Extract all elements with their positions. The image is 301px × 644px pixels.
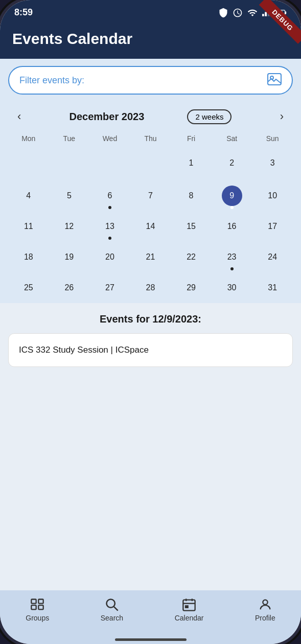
day-number: 15: [181, 216, 201, 237]
day-number: 6: [100, 186, 120, 206]
day-number: 20: [100, 247, 120, 267]
svg-rect-5: [285, 11, 287, 14]
event-label: ICS 332 Study Session | ICSpace: [19, 345, 149, 355]
search-icon: [105, 597, 119, 612]
next-month-button[interactable]: ›: [275, 108, 289, 125]
day-number: 13: [100, 216, 120, 237]
nav-item-profile[interactable]: Profile: [247, 595, 284, 624]
calendar-day[interactable]: 18: [8, 242, 49, 272]
calendar-day[interactable]: 30: [212, 272, 252, 303]
calendar-day: [49, 148, 90, 180]
day-number: 24: [262, 247, 283, 267]
calendar-day[interactable]: 8: [171, 180, 212, 211]
calendar-icon: [182, 597, 196, 612]
calendar-day[interactable]: 3: [252, 148, 293, 180]
event-dot: [230, 267, 234, 270]
calendar-day[interactable]: 24: [252, 242, 293, 272]
calendar-day[interactable]: 1: [171, 148, 212, 180]
home-bar: [115, 638, 187, 641]
calendar-day[interactable]: 20: [89, 242, 130, 272]
calendar-day[interactable]: 31: [252, 272, 293, 303]
svg-point-13: [106, 600, 114, 608]
weeks-badge-button[interactable]: 2 weeks: [187, 109, 231, 124]
calendar-day[interactable]: 27: [89, 272, 130, 303]
calendar-day[interactable]: 9: [212, 180, 252, 211]
calendar-day[interactable]: 17: [252, 211, 293, 242]
event-dot: [230, 206, 234, 209]
filter-image-icon[interactable]: [267, 73, 282, 87]
calendar-day[interactable]: 26: [49, 272, 90, 303]
svg-rect-19: [186, 606, 188, 608]
svg-rect-9: [32, 600, 36, 604]
filter-placeholder: Filter events by:: [19, 75, 84, 86]
day-number: 29: [181, 278, 201, 298]
calendar-day: [8, 148, 49, 180]
calendar-day[interactable]: 5: [49, 180, 90, 211]
day-header: Sat: [212, 131, 252, 148]
day-number: 10: [262, 186, 283, 206]
svg-rect-15: [183, 600, 195, 611]
nav-label-calendar: Calendar: [175, 614, 204, 622]
calendar-day[interactable]: 14: [130, 211, 171, 242]
day-number: 30: [222, 278, 242, 298]
calendar-day[interactable]: 13: [89, 211, 130, 242]
day-number: 8: [181, 186, 201, 206]
calendar-day[interactable]: 7: [130, 180, 171, 211]
event-card[interactable]: ICS 332 Study Session | ICSpace: [8, 333, 293, 367]
shield-icon: [218, 8, 228, 18]
calendar-day[interactable]: 25: [8, 272, 49, 303]
calendar-day[interactable]: 29: [171, 272, 212, 303]
calendar-day[interactable]: 11: [8, 211, 49, 242]
day-number: 3: [262, 153, 283, 173]
status-time: 8:59: [14, 7, 33, 18]
groups-icon: [30, 597, 44, 612]
filter-input[interactable]: Filter events by:: [8, 66, 293, 95]
nav-label-groups: Groups: [26, 614, 49, 622]
svg-rect-7: [268, 74, 281, 85]
calendar-nav: ‹ December 2023 2 weeks ›: [8, 102, 293, 131]
home-indicator: [0, 638, 301, 644]
filter-section: Filter events by:: [0, 59, 301, 102]
day-number: 27: [100, 278, 120, 298]
day-number: 5: [59, 186, 79, 206]
day-number: 17: [262, 216, 283, 237]
nav-item-calendar[interactable]: Calendar: [167, 595, 212, 624]
day-number: [100, 153, 120, 173]
alarm-icon: [233, 8, 243, 18]
svg-point-20: [263, 600, 267, 605]
calendar-day[interactable]: 19: [49, 242, 90, 272]
day-number: 14: [140, 216, 160, 237]
day-number: 25: [18, 278, 39, 298]
event-dot: [108, 237, 111, 240]
calendar-day[interactable]: 6: [89, 180, 130, 211]
day-number: 1: [181, 153, 201, 173]
prev-month-button[interactable]: ‹: [12, 108, 26, 125]
day-number: 18: [18, 247, 39, 267]
nav-item-groups[interactable]: Groups: [17, 595, 57, 624]
day-number: 26: [59, 278, 79, 298]
phone-screen: 8:59 DEBUG Events Calendar Filter: [0, 0, 301, 644]
calendar-day[interactable]: 22: [171, 242, 212, 272]
calendar-day[interactable]: 4: [8, 180, 49, 211]
nav-item-search[interactable]: Search: [92, 595, 131, 624]
day-number: [59, 153, 79, 173]
day-number: 7: [140, 186, 160, 206]
calendar-day[interactable]: 2: [212, 148, 252, 180]
day-header: Tue: [49, 131, 90, 148]
day-header: Sun: [252, 131, 293, 148]
calendar-day[interactable]: 12: [49, 211, 90, 242]
day-number: 23: [222, 247, 242, 267]
calendar-section: ‹ December 2023 2 weeks › MonTueWedThuFr…: [0, 102, 301, 303]
calendar-day[interactable]: 21: [130, 242, 171, 272]
calendar-day[interactable]: 28: [130, 272, 171, 303]
status-bar: 8:59: [0, 0, 301, 23]
calendar-day[interactable]: 23: [212, 242, 252, 272]
svg-rect-12: [39, 605, 43, 609]
svg-line-14: [114, 607, 118, 611]
calendar-day: [130, 148, 171, 180]
calendar-day[interactable]: 16: [212, 211, 252, 242]
svg-rect-10: [39, 600, 43, 604]
calendar-day[interactable]: 15: [171, 211, 212, 242]
wifi-icon: [247, 8, 258, 18]
calendar-day[interactable]: 10: [252, 180, 293, 211]
